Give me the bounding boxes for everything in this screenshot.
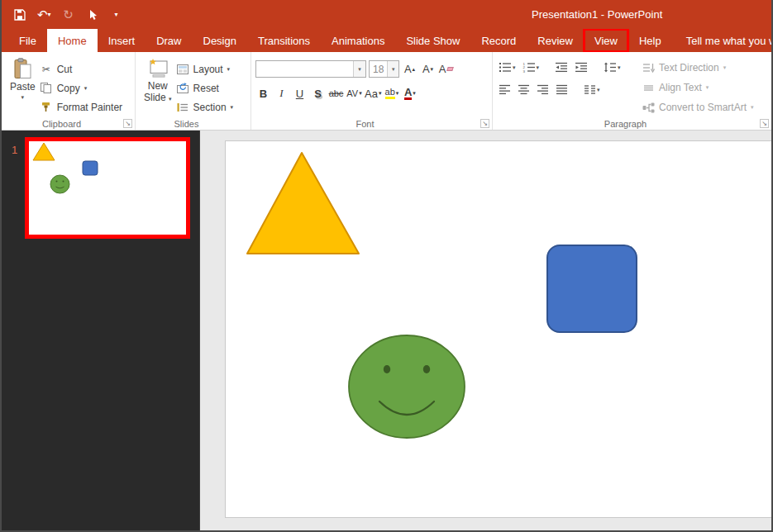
section-caret-icon: ▾ [231,104,234,111]
section-button[interactable]: Section ▾ [176,98,234,116]
font-dialog-launcher[interactable]: ↘ [480,119,489,128]
undo-icon: ↶ [37,8,48,21]
clipboard-dialog-launcher[interactable]: ↘ [123,119,132,128]
text-shadow-button[interactable]: S [310,85,326,102]
tab-review[interactable]: Review [527,29,584,52]
paragraph-right-buttons: Text Direction ▾ Align Text ▾ [642,59,768,116]
text-direction-icon [642,63,655,74]
decrease-indent-button[interactable] [553,61,570,74]
new-slide-label-line2: Slide [144,92,166,103]
tab-help[interactable]: Help [628,29,672,52]
convert-to-smartart-button[interactable]: Convert to SmartArt ▾ [642,99,768,116]
strikethrough-button[interactable]: abc [328,85,344,102]
reset-label: Reset [193,83,219,94]
text-direction-button[interactable]: Text Direction ▾ [642,59,768,76]
decrease-font-size-button[interactable]: A▾ [420,61,436,78]
format-painter-icon [40,102,53,112]
layout-icon [176,64,189,74]
tab-insert[interactable]: Insert [98,29,146,52]
thumbnail-triangle-shape [33,143,55,160]
cut-button[interactable]: ✂ Cut [40,60,122,78]
align-text-button[interactable]: Align Text ▾ [642,79,768,96]
decrease-font-size-icon: ▾ [431,66,434,73]
tab-record[interactable]: Record [470,29,527,52]
bullets-button[interactable]: ▾ [497,61,518,74]
smiley-face-shape[interactable] [349,335,465,438]
text-direction-caret-icon: ▾ [723,64,727,71]
character-spacing-button[interactable]: AV▾ [346,85,362,102]
touch-mouse-mode-button[interactable] [86,7,99,22]
align-left-button[interactable] [497,83,513,96]
new-slide-button[interactable]: New Slide ▾ [140,55,176,116]
cut-label: Cut [57,64,73,75]
slide-canvas[interactable] [225,140,773,518]
slide-thumbnail-panel[interactable]: 1 [2,131,200,530]
tab-animations[interactable]: Animations [321,29,395,52]
copy-caret-icon: ▾ [84,85,88,92]
eraser-icon [447,67,455,71]
redo-button[interactable]: ↻ [62,7,75,22]
clipboard-group-label: Clipboard [2,119,122,129]
tab-file[interactable]: File [8,29,47,52]
save-icon [14,9,26,21]
quick-access-toolbar: ↶▾ ↻ ▾ [2,7,123,22]
slide-editing-area[interactable] [200,131,771,530]
columns-button[interactable]: ▾ [582,83,602,96]
increase-indent-icon [575,62,588,73]
align-text-caret-icon: ▾ [706,84,709,91]
customize-qat-button[interactable]: ▾ [110,7,123,22]
numbering-button[interactable]: 1 2 3 ▾ [521,61,542,74]
reset-button[interactable]: Reset [176,79,234,97]
paste-label: Paste [10,81,36,93]
convert-to-smartart-label: Convert to SmartArt [659,102,747,113]
increase-indent-button[interactable] [573,61,589,74]
clear-formatting-label: A [439,63,446,75]
copy-icon [40,83,53,93]
triangle-shape[interactable] [247,153,359,254]
paste-button[interactable]: Paste ▾ [6,55,40,116]
format-painter-button[interactable]: Format Painter [40,98,122,116]
tab-view[interactable]: View [584,29,628,52]
new-slide-caret-icon: ▾ [169,96,172,102]
underline-button[interactable]: U [292,85,308,102]
layout-button[interactable]: Layout ▾ [176,60,234,78]
svg-text:3: 3 [522,69,525,73]
slide-1-thumbnail[interactable] [29,141,186,235]
italic-button[interactable]: I [274,85,289,102]
line-spacing-button[interactable]: ▾ [602,61,623,74]
tab-transitions[interactable]: Transitions [247,29,321,52]
paragraph-dialog-launcher[interactable]: ↘ [760,119,769,128]
bold-button[interactable]: B [255,85,271,102]
change-case-button[interactable]: Aa▾ [365,85,381,102]
clear-formatting-button[interactable]: A [438,61,454,78]
save-button[interactable] [13,7,26,22]
cut-icon: ✂ [40,64,53,75]
font-size-dropdown-icon[interactable]: ▾ [387,61,398,77]
slide-number: 1 [12,144,17,156]
tab-home[interactable]: Home [47,29,98,52]
increase-font-size-button[interactable]: A▴ [402,61,418,78]
copy-button[interactable]: Copy ▾ [40,79,122,97]
text-highlight-label: ab [385,88,395,99]
tell-me-box[interactable]: Tell me what you wan [680,29,771,52]
align-center-button[interactable] [516,83,532,96]
ribbon-group-paragraph: ▾ 1 2 3 ▾ [493,52,771,130]
font-size-select[interactable]: 18 ▾ [369,60,399,78]
rounded-square-shape[interactable] [547,245,637,332]
columns-icon [584,84,596,95]
decrease-indent-icon [555,62,568,73]
align-right-button[interactable] [535,83,551,96]
slides-small-buttons: Layout ▾ Reset [176,55,234,116]
text-highlight-button[interactable]: ab▾ [384,85,399,102]
tab-slide-show[interactable]: Slide Show [395,29,470,52]
undo-button[interactable]: ↶▾ [37,7,51,22]
tab-draw[interactable]: Draw [146,29,192,52]
font-name-select[interactable]: ▾ [255,60,366,78]
text-highlight-caret-icon: ▾ [396,90,399,97]
paragraph-group-label: Paragraph [493,119,758,129]
font-name-dropdown-icon[interactable]: ▾ [353,61,365,77]
font-color-button[interactable]: A▾ [402,85,418,102]
section-label: Section [193,102,227,113]
justify-button[interactable] [554,83,570,96]
tab-design[interactable]: Design [193,29,247,52]
